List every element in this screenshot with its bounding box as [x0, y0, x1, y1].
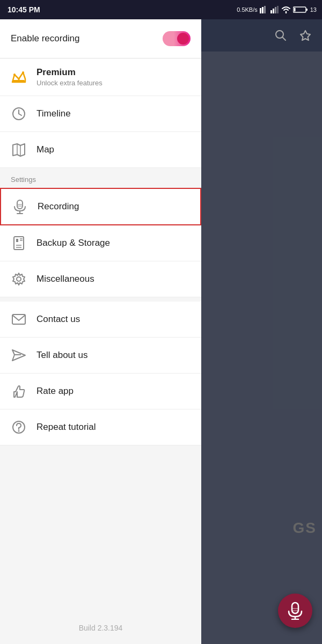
svg-point-32: [17, 277, 21, 281]
svg-line-17: [19, 114, 21, 115]
app-layout: Enable recording Premium Unlock extra fe…: [0, 19, 322, 644]
status-right: 0.5KB/s 13: [237, 6, 317, 13]
svg-rect-0: [260, 8, 261, 13]
menu-item-backup[interactable]: Backup & Storage: [0, 225, 201, 261]
drawer: Enable recording Premium Unlock extra fe…: [0, 19, 201, 644]
menu-label-recording: Recording: [38, 201, 79, 212]
svg-point-37: [18, 430, 20, 432]
menu-label-backup: Backup & Storage: [36, 238, 110, 248]
svg-rect-41: [292, 603, 298, 613]
network-speed: 0.5KB/s: [237, 6, 258, 13]
map-icon: [11, 142, 27, 158]
premium-text: Premium Unlock extra features: [36, 67, 103, 87]
menu-label-contact: Contact us: [36, 314, 80, 325]
svg-marker-11: [12, 80, 25, 82]
svg-marker-40: [301, 31, 310, 40]
svg-point-13: [13, 74, 16, 76]
build-version: Build 2.3.194: [0, 612, 201, 644]
signal-icon: [270, 6, 279, 13]
overlay-settings-text: GS: [293, 519, 317, 537]
crown-icon: [11, 69, 27, 85]
svg-rect-27: [16, 239, 18, 242]
svg-point-14: [22, 71, 24, 74]
question-icon: [11, 419, 27, 435]
battery-level: 13: [310, 6, 317, 13]
menu-item-rate[interactable]: Rate app: [0, 374, 201, 409]
wifi-icon: [281, 6, 291, 13]
menu-label-tell: Tell about us: [36, 350, 87, 361]
svg-rect-6: [277, 6, 279, 13]
menu-item-tutorial[interactable]: Repeat tutorial: [0, 409, 201, 445]
enable-recording-label: Enable recording: [11, 33, 80, 44]
svg-point-12: [18, 78, 20, 80]
menu-item-tell[interactable]: Tell about us: [0, 338, 201, 374]
storage-icon: [11, 235, 27, 251]
overlay-topbar: [201, 19, 322, 52]
premium-title: Premium: [36, 67, 103, 78]
menu-label-rate: Rate app: [36, 386, 74, 397]
menu-label-tutorial: Repeat tutorial: [36, 422, 96, 433]
svg-rect-9: [294, 8, 295, 12]
thumbsup-icon: [11, 383, 27, 399]
enable-recording-row: Enable recording: [0, 19, 201, 58]
settings-section-label: Settings: [0, 168, 201, 188]
network-icon: [260, 6, 268, 13]
menu-item-contact[interactable]: Contact us: [0, 302, 201, 338]
fab-mic-button[interactable]: [278, 594, 312, 628]
menu-item-misc[interactable]: Miscellaneous: [0, 261, 201, 297]
clock-icon: [11, 106, 27, 122]
premium-subtitle: Unlock extra features: [36, 79, 103, 87]
menu-label-timeline: Timeline: [36, 108, 71, 119]
gear-icon: [11, 271, 27, 287]
star-icon[interactable]: [299, 30, 311, 41]
enable-recording-toggle[interactable]: [163, 31, 191, 46]
svg-rect-2: [264, 6, 266, 13]
status-bar: 10:45 PM 0.5KB/s 13: [0, 0, 322, 19]
menu-label-misc: Miscellaneous: [36, 274, 94, 284]
svg-line-39: [282, 37, 286, 40]
premium-menu-item[interactable]: Premium Unlock extra features: [0, 58, 201, 96]
status-time: 10:45 PM: [8, 5, 40, 14]
svg-rect-5: [275, 7, 276, 13]
svg-marker-18: [13, 144, 25, 156]
search-icon[interactable]: [275, 30, 287, 41]
svg-rect-3: [270, 10, 272, 13]
envelope-icon: [11, 311, 27, 327]
menu-item-recording[interactable]: Recording: [0, 188, 201, 225]
mic-icon: [12, 199, 28, 215]
svg-rect-4: [273, 9, 274, 13]
menu-item-timeline[interactable]: Timeline: [0, 96, 201, 132]
svg-rect-1: [262, 7, 264, 13]
svg-rect-8: [306, 9, 308, 11]
menu-label-map: Map: [36, 144, 54, 155]
battery-icon: [293, 6, 308, 13]
send-icon: [11, 347, 27, 363]
section-divider: [0, 297, 201, 302]
menu-item-map[interactable]: Map: [0, 132, 201, 168]
overlay-area: GS: [201, 19, 322, 644]
